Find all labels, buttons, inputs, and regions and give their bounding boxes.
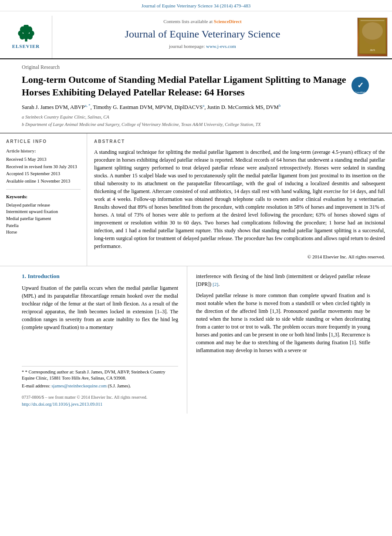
issn-line: 0737-0806/$ – see front matter © 2014 El… [22,394,178,400]
info-divider [6,189,81,190]
crossmark-badge[interactable]: ✓ CrossMark [351,76,370,95]
article-title-row: Long-term Outcome of Standing Medial Pat… [22,74,370,98]
abstract-column: ABSTRACT A standing surgical technique f… [87,133,392,265]
svg-point-12 [362,20,382,45]
author3-sup: b [279,103,281,108]
keyword-4: Patella [6,223,81,229]
authors-line: Sarah J. James DVM, ABVPa, *, Timothy G.… [22,103,370,112]
svg-rect-14 [361,20,385,21]
intro-para1-text: Upward fixation of the patella occurs wh… [22,285,178,330]
homepage-url[interactable]: www.j-evs.com [206,44,236,49]
email-suffix: (S.J. James). [107,383,131,388]
footnote-star: * [22,370,25,374]
journal-cover-area: JEVS [353,16,392,58]
copyright-line: © 2014 Elsevier Inc. All rights reserved… [94,254,385,260]
journal-cover-image: JEVS [357,17,388,57]
info-abstract-section: ARTICLE INFO Article history: Received 5… [0,133,392,266]
corresponding-author-note: * * Corresponding author at: Sarah J. Ja… [22,369,178,382]
corresponding-text: * Corresponding author at: Sarah J. Jame… [22,370,165,381]
affiliation-b: b Department of Large Animal Medicine an… [22,122,370,128]
author3-name: , Justin D. McCormick MS, DVM [204,105,279,111]
keyword-2: Intermittent upward fixation [6,209,81,215]
keywords-label: Keywords: [6,194,81,200]
journal-homepage: journal homepage: www.j-evs.com [61,43,344,50]
affiliations: a Steinbeck Country Equine Clinic, Salin… [22,114,370,128]
svg-text:CrossMark: CrossMark [355,91,366,94]
svg-text:✓: ✓ [357,81,364,90]
article-info-header: ARTICLE INFO [6,139,81,145]
article-section: Original Research Long-term Outcome of S… [0,59,392,133]
journal-reference-text: Journal of Equine Veterinary Science 34 … [142,3,251,8]
article-info-column: ARTICLE INFO Article history: Received 5… [0,133,87,265]
section-title-text: Introduction [28,273,60,279]
email-address[interactable]: sjames@steinbeckequine.com [51,383,107,388]
keyword-3: Medial patellar ligament [6,216,81,222]
para2-ref: [2] [213,282,218,287]
journal-title: Journal of Equine Veterinary Science [61,27,344,42]
crossmark-icon: ✓ CrossMark [351,76,370,95]
sciencedirect-line: Contents lists available at ScienceDirec… [61,18,344,25]
history-label: Article history: [6,148,81,155]
para2-end: . [218,281,220,287]
affiliation-a: a Steinbeck Country Equine Clinic, Salin… [22,114,370,121]
elsevier-tree-icon [15,25,37,42]
elsevier-logo-area: ELSEVIER [0,16,52,58]
intro-body-text: Upward fixation of the patella occurs wh… [22,284,178,331]
sciencedirect-prefix: Contents lists available at [163,19,213,24]
para2-start: interference with flexing of the hind li… [196,273,370,287]
article-type-label: Original Research [22,64,370,71]
journal-reference-bar: Journal of Equine Veterinary Science 34 … [0,0,392,11]
intro-right-text: interference with flexing of the hind li… [196,272,370,354]
intro-para1: Upward fixation of the patella occurs wh… [22,284,178,331]
body-right-column: interference with flexing of the hind li… [187,266,392,414]
sciencedirect-link[interactable]: ScienceDirect [214,19,242,24]
elsevier-brand-label: ELSEVIER [12,43,40,50]
journal-header: ELSEVIER Contents lists available at Sci… [0,11,392,59]
body-section: 1. Introduction Upward fixation of the p… [0,266,392,414]
author1-name: Sarah J. James DVM, ABVP [22,105,84,111]
available-date: Available online 1 November 2013 [6,178,81,185]
cover-svg: JEVS [358,17,386,55]
section-number: 1. [22,273,26,279]
doi-line[interactable]: http://dx.doi.org/10.1016/j.jevs.2013.09… [22,401,178,408]
homepage-prefix: journal homepage: [169,44,206,49]
email-footnote: E-mail address: sjames@steinbeckequine.c… [22,383,178,390]
received-date: Received 5 May 2013 [6,156,81,163]
intro-right-para2: Delayed patellar release is more common … [196,292,370,354]
article-title: Long-term Outcome of Standing Medial Pat… [22,74,351,98]
keyword-5: Horse [6,229,81,236]
email-label: E-mail address: [22,383,51,388]
accepted-date: Accepted 15 September 2013 [6,171,81,177]
svg-text:JEVS: JEVS [370,49,375,51]
footnote-area-left: * * Corresponding author at: Sarah J. Ja… [22,366,178,408]
abstract-header: ABSTRACT [94,139,385,145]
introduction-title: 1. Introduction [22,272,178,281]
keyword-1: Delayed patellar release [6,202,81,209]
author2-name: , Timothy G. Eastman DVM, MPVM, DiplDACV… [90,105,203,111]
intro-right-para1: interference with flexing of the hind li… [196,272,370,288]
received-revised-date: Received in revised form 30 July 2013 [6,164,81,170]
author1-sup: a, * [84,103,90,108]
abstract-text: A standing surgical technique for splitt… [94,148,385,250]
body-left-column: 1. Introduction Upward fixation of the p… [0,266,187,414]
journal-title-area: Contents lists available at ScienceDirec… [52,16,353,58]
abstract-paragraph: A standing surgical technique for splitt… [94,148,385,250]
para3-text: Delayed patellar release is more common … [196,292,370,353]
